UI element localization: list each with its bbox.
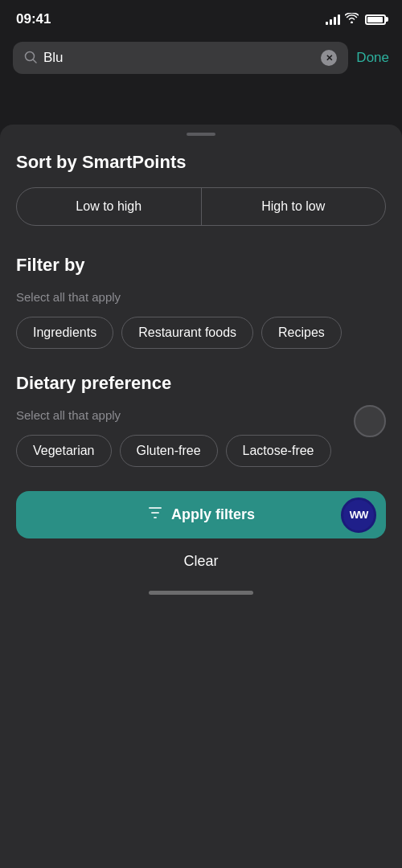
- dietary-tag-vegetarian[interactable]: Vegetarian: [16, 435, 112, 467]
- filter-icon: [147, 506, 163, 524]
- search-icon: [24, 51, 37, 66]
- signal-icon: [326, 14, 340, 25]
- filter-tag-recipes[interactable]: Recipes: [261, 317, 342, 349]
- sort-section: Sort by SmartPoints Low to high High to …: [16, 152, 386, 226]
- dietary-tag-lactose-free[interactable]: Lactose-free: [226, 435, 331, 467]
- search-input[interactable]: Blu: [43, 50, 314, 66]
- wifi-icon: [345, 13, 359, 26]
- dietary-title: Dietary preference: [16, 373, 386, 394]
- sort-low-to-high[interactable]: Low to high: [17, 188, 202, 225]
- scroll-indicator: [354, 405, 386, 437]
- sheet-content: Sort by SmartPoints Low to high High to …: [0, 152, 402, 467]
- svg-line-1: [33, 59, 36, 63]
- clear-btn-label: Clear: [183, 553, 218, 569]
- sort-options: Low to high High to low: [16, 187, 386, 226]
- search-bar-container: Blu Done: [0, 35, 402, 84]
- search-bar[interactable]: Blu: [13, 42, 348, 74]
- filter-title: Filter by: [16, 255, 386, 276]
- filter-section: Filter by Select all that apply Ingredie…: [16, 255, 386, 349]
- filter-subtitle: Select all that apply: [16, 290, 386, 304]
- done-button[interactable]: Done: [356, 50, 389, 66]
- drag-handle[interactable]: [187, 133, 215, 136]
- home-indicator: [149, 591, 253, 595]
- bottom-sheet: Sort by SmartPoints Low to high High to …: [0, 125, 402, 868]
- dietary-tags: Vegetarian Gluten-free Lactose-free: [16, 435, 386, 467]
- dietary-tag-gluten-free[interactable]: Gluten-free: [120, 435, 218, 467]
- ww-badge-text: WW: [350, 509, 368, 521]
- status-time: 09:41: [16, 11, 51, 27]
- filter-tag-restaurant-foods[interactable]: Restaurant foods: [121, 317, 253, 349]
- dietary-subtitle: Select all that apply: [16, 408, 386, 422]
- status-icons: [326, 13, 386, 26]
- filter-tags: Ingredients Restaurant foods Recipes: [16, 317, 386, 349]
- apply-btn-label: Apply filters: [171, 506, 255, 523]
- apply-filters-button[interactable]: Apply filters WW: [16, 491, 386, 538]
- status-bar: 09:41: [0, 0, 402, 35]
- apply-btn-container: Apply filters WW: [0, 491, 402, 538]
- filter-tag-ingredients[interactable]: Ingredients: [16, 317, 113, 349]
- ww-badge: WW: [341, 497, 376, 533]
- clear-button[interactable]: Clear: [0, 538, 402, 584]
- dietary-section: Dietary preference Select all that apply…: [16, 373, 386, 467]
- sort-high-to-low[interactable]: High to low: [202, 188, 386, 225]
- search-clear-button[interactable]: [321, 50, 337, 66]
- battery-icon: [365, 14, 386, 25]
- sort-title: Sort by SmartPoints: [16, 152, 386, 173]
